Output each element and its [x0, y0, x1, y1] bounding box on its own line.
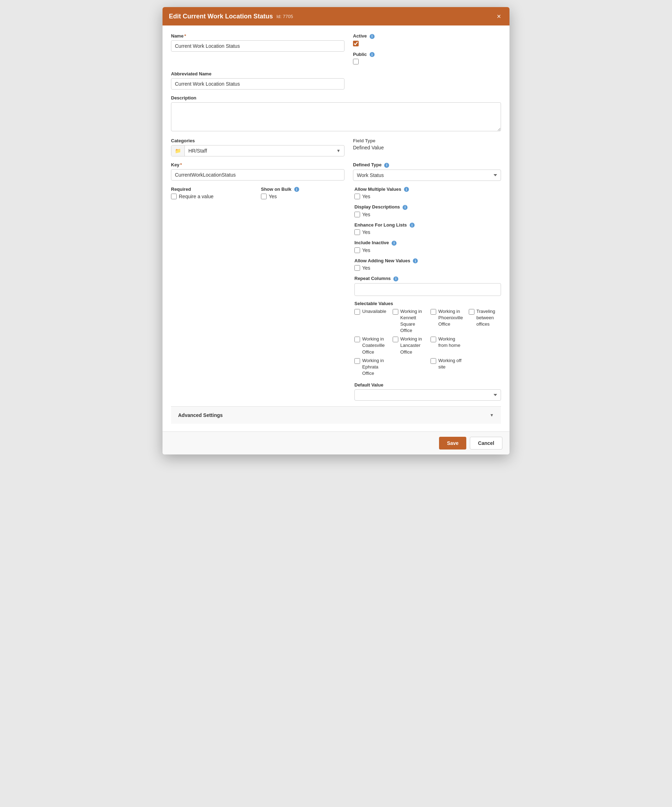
abbreviated-input[interactable] [171, 78, 344, 90]
selectable-coatesville-label: Working in Coatesville Office [362, 336, 387, 355]
display-descriptions-info-icon: i [403, 205, 408, 210]
allow-multiple-info-icon: i [404, 187, 409, 192]
selectable-lancaster-checkbox[interactable] [393, 337, 398, 342]
advanced-settings-bar[interactable]: Advanced Settings ▼ [171, 406, 501, 423]
modal-title: Edit Current Work Location Status [169, 13, 273, 20]
name-label: Name* [171, 33, 344, 38]
allow-adding-yes: Yes [362, 265, 370, 271]
include-inactive-label: Include Inactive i [354, 240, 501, 246]
description-label: Description [171, 95, 501, 101]
right-checkboxes-col: Allow Multiple Values i Yes Display Desc… [354, 186, 501, 401]
public-info-icon: i [369, 52, 374, 57]
category-chevron-icon: ▼ [333, 146, 344, 156]
selectable-unavailable-checkbox[interactable] [354, 309, 360, 315]
show-bulk-row: Yes [261, 194, 346, 199]
enhance-long-lists-label: Enhance For Long Lists i [354, 222, 501, 228]
categories-select[interactable]: HR/Staff [185, 146, 333, 156]
allow-adding-label: Allow Adding New Values i [354, 258, 501, 264]
modal-title-group: Edit Current Work Location Status Id: 77… [169, 13, 293, 20]
show-bulk-yes-label: Yes [269, 194, 277, 199]
key-definedtype-row: Key* Defined Type i Work Status [171, 162, 501, 181]
selectable-item-coatesville: Working in Coatesville Office [354, 336, 387, 355]
modal-container: Edit Current Work Location Status Id: 77… [163, 7, 509, 455]
name-input[interactable] [171, 40, 344, 51]
repeat-columns-input[interactable] [354, 283, 501, 296]
public-group: Public i [353, 51, 501, 66]
description-group: Description [171, 95, 501, 132]
abbreviated-row: Abbreviated Name [171, 71, 501, 90]
advanced-settings-chevron-icon: ▼ [490, 413, 494, 418]
required-section-label: Required [171, 186, 253, 192]
public-label: Public i [353, 51, 501, 57]
enhance-long-lists-checkbox[interactable] [354, 229, 360, 235]
selectable-kennett-label: Working in Kennett Square Office [401, 308, 425, 334]
include-inactive-info-icon: i [392, 241, 396, 246]
advanced-settings-label: Advanced Settings [178, 412, 223, 418]
repeat-columns-info-icon: i [393, 276, 398, 281]
allow-multiple-checkbox[interactable] [354, 194, 360, 199]
required-col: Required Require a value [171, 186, 253, 199]
selectable-ephrata-checkbox[interactable] [354, 358, 360, 364]
cancel-button[interactable]: Cancel [470, 437, 502, 450]
repeat-columns-group: Repeat Columns i [354, 276, 501, 296]
selectable-traveling-checkbox[interactable] [469, 309, 474, 315]
description-textarea[interactable] [171, 102, 501, 131]
modal-footer: Save Cancel [163, 432, 509, 455]
selectable-traveling-label: Traveling between offices [477, 308, 501, 328]
display-descriptions-checkbox[interactable] [354, 212, 360, 218]
key-input[interactable] [171, 169, 344, 181]
allow-multiple-yes: Yes [362, 194, 370, 199]
selectable-workfromhome-checkbox[interactable] [431, 337, 436, 342]
selectable-item-kennett: Working in Kennett Square Office [393, 308, 425, 334]
categories-label: Categories [171, 138, 344, 143]
abbreviated-right-spacer [353, 71, 501, 90]
selectable-item-empty2 [393, 357, 425, 377]
display-descriptions-row: Yes [354, 212, 501, 218]
modal-body: Name* Active i Public i [163, 25, 509, 432]
active-checkbox[interactable] [353, 41, 359, 46]
allow-adding-checkbox[interactable] [354, 265, 360, 271]
selectable-phoenixville-label: Working in Phoenixville Office [438, 308, 463, 328]
enhance-long-lists-row: Yes [354, 229, 501, 235]
require-value-checkbox[interactable] [171, 194, 177, 199]
default-value-label: Default Value [354, 382, 501, 388]
selectable-offsite-label: Working off site [438, 357, 463, 370]
default-value-select[interactable] [354, 389, 501, 401]
field-type-value: Defined Value [353, 145, 501, 150]
selectable-values-label: Selectable Values [354, 301, 501, 306]
selectable-offsite-checkbox[interactable] [431, 358, 436, 364]
public-checkbox[interactable] [353, 59, 359, 65]
save-button[interactable]: Save [439, 437, 466, 450]
folder-icon: 📁 [171, 146, 185, 156]
categories-fieldtype-row: Categories 📁 HR/Staff ▼ Field Type Defin… [171, 138, 501, 156]
key-label: Key* [171, 162, 344, 168]
selectable-item-empty1 [469, 336, 501, 355]
key-col: Key* [171, 162, 344, 181]
allow-adding-info-icon: i [413, 258, 418, 263]
selectable-item-workfromhome: Working from home [431, 336, 463, 355]
selectable-values-grid: Unavailable Working in Kennett Square Of… [354, 308, 501, 377]
abbreviated-label: Abbreviated Name [171, 71, 344, 76]
name-required-star: * [184, 33, 186, 38]
show-bulk-checkbox[interactable] [261, 194, 266, 199]
enhance-long-lists-yes: Yes [362, 229, 370, 235]
require-value-label: Require a value [179, 194, 213, 199]
modal-close-button[interactable]: × [495, 12, 503, 20]
defined-type-select[interactable]: Work Status [353, 169, 501, 181]
selectable-phoenixville-checkbox[interactable] [431, 309, 436, 315]
name-col: Name* [171, 33, 344, 65]
active-label: Active i [353, 33, 501, 39]
display-descriptions-label: Display Descriptions i [354, 204, 501, 210]
selectable-coatesville-checkbox[interactable] [354, 337, 360, 342]
active-public-col: Active i Public i [353, 33, 501, 65]
selectable-item-ephrata: Working in Ephrata Office [354, 357, 387, 377]
categories-col: Categories 📁 HR/Staff ▼ [171, 138, 344, 156]
selectable-kennett-checkbox[interactable] [393, 309, 398, 315]
include-inactive-checkbox[interactable] [354, 247, 360, 253]
show-bulk-col: Show on Bulk i Yes [261, 186, 346, 199]
required-showbulk-row: Required Require a value Show on Bulk i … [171, 186, 501, 401]
name-active-row: Name* Active i Public i [171, 33, 501, 65]
show-bulk-label-group: Show on Bulk i [261, 186, 346, 192]
default-value-group: Default Value [354, 382, 501, 401]
allow-adding-row: Yes [354, 265, 501, 271]
